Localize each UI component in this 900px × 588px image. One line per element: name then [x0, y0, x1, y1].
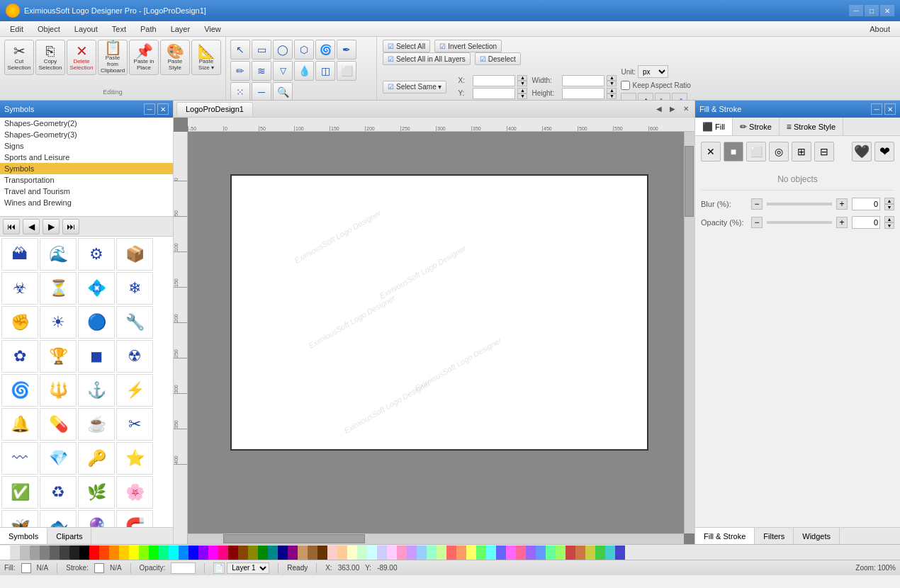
copy-selection-button[interactable]: ⎘ CopySelection	[35, 40, 65, 75]
stroke-tab[interactable]: ✏ Stroke	[733, 118, 780, 135]
palette-color-19[interactable]	[189, 545, 198, 560]
palette-color-1[interactable]	[10, 545, 20, 560]
symbols-tab[interactable]: Symbols	[0, 528, 47, 544]
palette-color-59[interactable]	[585, 545, 595, 560]
palette-color-41[interactable]	[407, 545, 417, 560]
symbol-13[interactable]: 🏆	[40, 340, 77, 373]
symbol-15[interactable]: ☢	[116, 340, 153, 373]
keep-ar-checkbox[interactable]	[621, 81, 630, 90]
palette-color-53[interactable]	[526, 545, 536, 560]
unit-select[interactable]: pxmmcmin	[638, 65, 668, 78]
canvas-prev-button[interactable]: ◀	[653, 103, 665, 115]
fs-minimize-button[interactable]: ─	[871, 103, 882, 115]
cliparts-tab[interactable]: Cliparts	[47, 528, 91, 544]
symbol-33[interactable]: 🐟	[40, 510, 77, 527]
palette-color-45[interactable]	[446, 545, 456, 560]
callig-tool[interactable]: ≋	[252, 61, 271, 81]
palette-color-3[interactable]	[30, 545, 40, 560]
menu-text[interactable]: Text	[105, 21, 133, 36]
vertical-scrollbar[interactable]	[684, 132, 694, 533]
symbol-12[interactable]: ✿	[1, 340, 38, 373]
fs-heart-filled-button[interactable]: ❤	[874, 142, 894, 162]
delete-selection-button[interactable]: ✕ DeleteSelection	[67, 40, 96, 75]
ar-btn-3[interactable]: ⤡	[655, 93, 670, 101]
symbol-27[interactable]: ⭐	[116, 442, 153, 475]
dropper-tool[interactable]: 💧	[294, 61, 314, 81]
palette-color-35[interactable]	[347, 545, 357, 560]
palette-color-31[interactable]	[308, 545, 317, 560]
palette-color-20[interactable]	[198, 545, 208, 560]
ar-btn-4[interactable]: ⤢	[672, 93, 687, 101]
palette-color-44[interactable]	[437, 545, 446, 560]
symbol-16[interactable]: 🌀	[1, 374, 38, 407]
palette-color-34[interactable]	[337, 545, 347, 560]
palette-color-55[interactable]	[546, 545, 556, 560]
palette-color-40[interactable]	[397, 545, 407, 560]
cat-symbols[interactable]: Symbols	[0, 163, 173, 174]
y-input[interactable]	[473, 88, 515, 99]
x-spin-up[interactable]: ▲	[517, 75, 527, 81]
select-all-layers-button[interactable]: ☑ Select All in All Layers	[383, 52, 471, 65]
symbol-35[interactable]: 🧲	[116, 510, 153, 527]
palette-color-10[interactable]	[99, 545, 109, 560]
menu-about[interactable]: About	[862, 21, 897, 36]
zoom-tool[interactable]: 🔍	[273, 82, 293, 101]
palette-color-47[interactable]	[466, 545, 476, 560]
palette-color-37[interactable]	[367, 545, 377, 560]
opacity-spin-up[interactable]: ▲	[884, 216, 894, 222]
menu-object[interactable]: Object	[30, 21, 67, 36]
cat-travel[interactable]: Travel and Tourism	[0, 186, 173, 197]
menu-view[interactable]: View	[197, 21, 228, 36]
select-same-button[interactable]: ☑ Select Same ▾	[383, 81, 446, 94]
fill-linear-button[interactable]: ⬜	[746, 142, 766, 162]
opacity-increase-button[interactable]: +	[836, 217, 848, 228]
palette-color-22[interactable]	[218, 545, 228, 560]
menu-edit[interactable]: Edit	[3, 21, 30, 36]
palette-color-4[interactable]	[40, 545, 50, 560]
close-button[interactable]: ✕	[880, 5, 894, 16]
palette-color-49[interactable]	[486, 545, 496, 560]
palette-color-7[interactable]	[69, 545, 79, 560]
symbol-23[interactable]: ✂	[116, 408, 153, 441]
fill-solid-button[interactable]: ■	[724, 142, 743, 162]
palette-color-57[interactable]	[566, 545, 575, 560]
blur-increase-button[interactable]: +	[836, 198, 848, 210]
nav-first-button[interactable]: ⏮	[3, 219, 20, 234]
palette-color-8[interactable]	[79, 545, 89, 560]
symbol-31[interactable]: 🌸	[116, 476, 153, 509]
palette-color-12[interactable]	[119, 545, 129, 560]
symbol-22[interactable]: ☕	[78, 408, 115, 441]
x-input[interactable]	[473, 75, 515, 86]
select-arrow-tool[interactable]: ↖	[230, 40, 250, 60]
blur-slider[interactable]	[767, 203, 832, 205]
symbols-close-button[interactable]: ✕	[157, 103, 169, 115]
paste-in-place-button[interactable]: 📌 Paste inPlace	[129, 40, 159, 75]
symbol-1[interactable]: 🌊	[40, 238, 77, 271]
polygon-tool[interactable]: ⬡	[294, 40, 314, 60]
v-scrollbar-thumb[interactable]	[685, 146, 694, 217]
palette-color-5[interactable]	[50, 545, 60, 560]
symbol-7[interactable]: ❄	[116, 272, 153, 305]
symbol-2[interactable]: ⚙	[78, 238, 115, 271]
w-spin-down[interactable]: ▼	[607, 81, 617, 86]
connector-tool[interactable]: ⁙	[230, 82, 250, 101]
fs-heart-outline-button[interactable]: 🖤	[852, 142, 872, 162]
canvas-close-button[interactable]: ✕	[680, 103, 692, 115]
fs-bottom-widgets-tab[interactable]: Widgets	[794, 528, 840, 544]
cat-shapes-geo2[interactable]: Shapes-Geometry(2)	[0, 118, 173, 129]
palette-color-58[interactable]	[575, 545, 585, 560]
palette-color-43[interactable]	[427, 545, 437, 560]
opacity-value-input[interactable]: 0	[852, 216, 880, 229]
cat-wines[interactable]: Wines and Brewing	[0, 197, 173, 208]
cut-selection-button[interactable]: ✂ CutSelection	[4, 40, 34, 75]
gradient-tool[interactable]: ◫	[315, 61, 335, 81]
layer-icon[interactable]: 📄	[213, 562, 225, 574]
h-scrollbar-thumb[interactable]	[223, 534, 365, 543]
minimize-button[interactable]: ─	[849, 5, 863, 16]
blur-value-input[interactable]: 0	[852, 198, 880, 210]
palette-color-21[interactable]	[208, 545, 218, 560]
palette-color-60[interactable]	[595, 545, 605, 560]
blur-spin-down[interactable]: ▼	[884, 204, 894, 210]
fs-close-button[interactable]: ✕	[884, 103, 896, 115]
symbol-26[interactable]: 🔑	[78, 442, 115, 475]
